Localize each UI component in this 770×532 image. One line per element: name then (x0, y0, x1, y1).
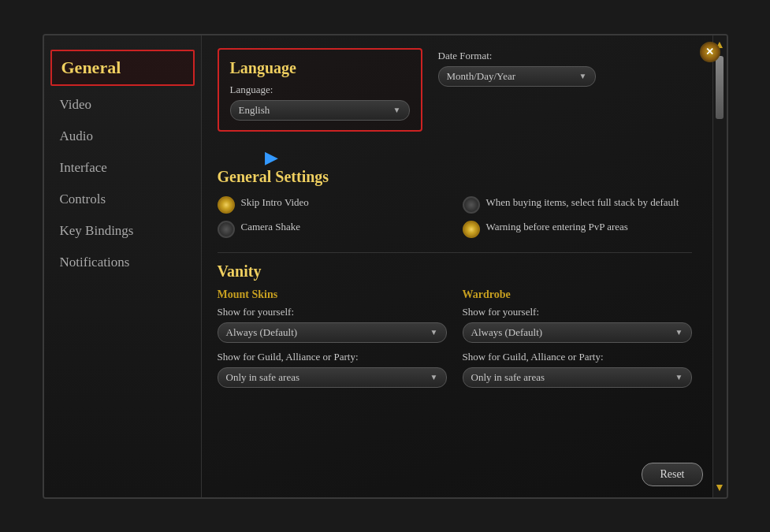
mount-skins-title: Mount Skins (218, 288, 447, 301)
wardrobe-yourself-label: Show for yourself: (463, 306, 692, 318)
mount-skins-col: Mount Skins Show for yourself: Always (D… (218, 288, 447, 388)
wardrobe-guild-dropdown[interactable]: Only in safe areas ▼ (463, 367, 692, 388)
settings-window: ✕ General Video Audio Interface Controls… (43, 34, 728, 499)
wardrobe-guild-arrow: ▼ (675, 373, 683, 381)
wardrobe-yourself-arrow: ▼ (675, 328, 683, 337)
main-content: Language Language: English ▼ Date Format… (202, 35, 727, 497)
sidebar-item-interface[interactable]: Interface (44, 152, 201, 184)
scrollbar-track: ▲ ▼ (712, 35, 727, 497)
mount-skins-yourself-arrow: ▼ (430, 328, 438, 337)
mount-skins-yourself-label: Show for yourself: (218, 306, 447, 318)
sidebar-item-general[interactable]: General (50, 50, 195, 86)
date-format-section: Date Format: Month/Day/Year ▼ (438, 48, 596, 87)
scrollbar-thumb[interactable] (716, 56, 724, 119)
close-button[interactable]: ✕ (700, 42, 720, 62)
general-settings-title: General Settings (218, 168, 692, 186)
vanity-grid: Mount Skins Show for yourself: Always (D… (218, 288, 692, 388)
date-format-dropdown-arrow: ▼ (579, 72, 587, 80)
toggle-full-stack[interactable] (463, 196, 480, 214)
date-format-label: Date Format: (438, 50, 596, 62)
camera-shake-label: Camera Shake (241, 220, 300, 234)
toggle-skip-intro[interactable] (218, 196, 235, 214)
wardrobe-guild-label: Show for Guild, Alliance or Party: (463, 351, 692, 363)
reset-btn-container: Reset (642, 463, 702, 486)
vanity-title: Vanity (218, 262, 692, 281)
setting-full-stack: When buying items, select full stack by … (463, 195, 692, 214)
mount-skins-guild-arrow: ▼ (430, 373, 438, 381)
toggle-camera-shake[interactable] (218, 221, 235, 238)
cursor-arrow: ▶ (265, 147, 692, 168)
sidebar-item-audio[interactable]: Audio (44, 121, 201, 152)
setting-camera-shake: Camera Shake (218, 220, 447, 238)
mount-skins-guild-label: Show for Guild, Alliance or Party: (218, 351, 447, 363)
reset-button[interactable]: Reset (642, 463, 702, 486)
general-settings-grid: Skip Intro Video When buying items, sele… (218, 195, 692, 238)
wardrobe-title: Wardrobe (463, 288, 692, 301)
setting-pvp-warning: Warning before entering PvP areas (463, 220, 692, 238)
wardrobe-col: Wardrobe Show for yourself: Always (Defa… (463, 288, 692, 388)
language-section: Language Language: English ▼ (218, 48, 422, 132)
mount-skins-yourself-dropdown[interactable]: Always (Default) ▼ (218, 322, 447, 343)
language-label: Language: (230, 84, 410, 96)
date-format-dropdown[interactable]: Month/Day/Year ▼ (438, 66, 596, 87)
mount-skins-guild-dropdown[interactable]: Only in safe areas ▼ (218, 367, 447, 388)
language-dropdown-arrow: ▼ (393, 106, 401, 114)
sidebar: General Video Audio Interface Controls K… (44, 35, 202, 497)
setting-skip-intro: Skip Intro Video (218, 195, 447, 214)
full-stack-label: When buying items, select full stack by … (486, 195, 679, 210)
sidebar-item-video[interactable]: Video (44, 89, 201, 121)
toggle-pvp-warning[interactable] (463, 221, 480, 238)
language-title: Language (230, 59, 410, 77)
divider (218, 252, 692, 253)
wardrobe-yourself-dropdown[interactable]: Always (Default) ▼ (463, 322, 692, 343)
language-dropdown[interactable]: English ▼ (230, 100, 410, 121)
sidebar-item-key-bindings[interactable]: Key Bindings (44, 215, 201, 247)
sidebar-item-controls[interactable]: Controls (44, 184, 201, 215)
scroll-down-button[interactable]: ▼ (714, 480, 725, 496)
sidebar-item-notifications[interactable]: Notifications (44, 247, 201, 278)
skip-intro-label: Skip Intro Video (241, 195, 309, 210)
pvp-warning-label: Warning before entering PvP areas (486, 220, 628, 234)
